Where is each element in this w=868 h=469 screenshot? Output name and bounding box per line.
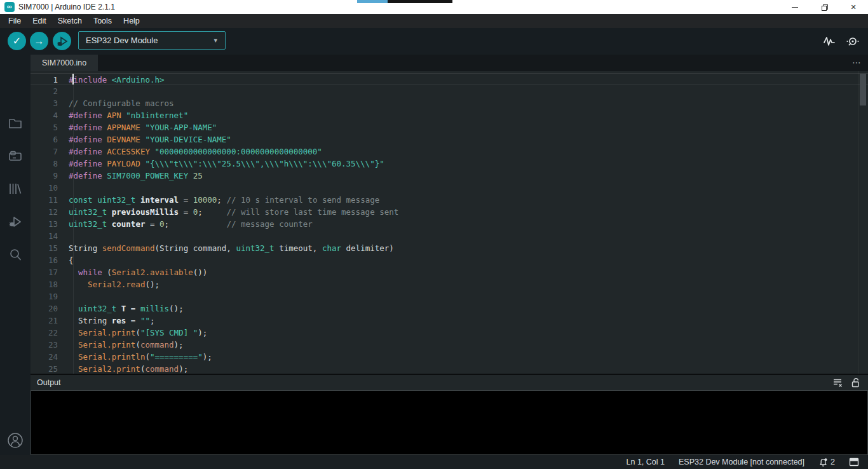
debug-button[interactable] xyxy=(53,32,71,50)
code-line-22[interactable]: 22 Serial.print("[SYS CMD] "); xyxy=(31,327,868,339)
line-number: 16 xyxy=(31,254,69,266)
line-number: 11 xyxy=(31,194,69,206)
close-button[interactable]: ✕ xyxy=(839,0,868,14)
code-line-3[interactable]: 3// Configurable macros xyxy=(31,97,868,109)
code-line-12[interactable]: 12uint32_t previousMillis = 0; // will s… xyxy=(31,206,868,218)
menubar: FileEditSketchToolsHelp xyxy=(0,14,868,28)
clear-output-icon[interactable] xyxy=(832,377,843,388)
board-selector-value: ESP32 Dev Module xyxy=(79,36,214,45)
debug-panel-icon[interactable] xyxy=(0,214,31,230)
code-line-2[interactable]: 2 xyxy=(31,85,868,97)
activity-bar xyxy=(0,55,31,455)
search-icon[interactable] xyxy=(0,247,31,263)
titlebar: ∞ SIM7000 | Arduino IDE 2.1.1 ✕ xyxy=(0,0,868,14)
menu-item-file[interactable]: File xyxy=(3,14,27,28)
notification-count: 2 xyxy=(831,458,835,466)
line-number: 9 xyxy=(31,170,69,182)
minimize-icon xyxy=(792,7,798,8)
tab-sim7000[interactable]: SIM7000.ino xyxy=(31,55,98,71)
serial-monitor-icon[interactable] xyxy=(845,34,860,48)
minimize-button[interactable] xyxy=(780,0,810,14)
taskbar-peek-progress xyxy=(357,0,388,3)
code-line-15[interactable]: 15String sendCommand(String command, uin… xyxy=(31,242,868,254)
editor-scrollbar[interactable] xyxy=(858,71,868,374)
sketchbook-folder-icon[interactable] xyxy=(0,115,31,132)
account-icon[interactable] xyxy=(0,432,31,449)
debug-bug-play-icon xyxy=(56,35,69,48)
cursor-position[interactable]: Ln 1, Col 1 xyxy=(627,458,665,466)
verify-button[interactable]: ✓ xyxy=(8,32,26,50)
line-number: 1 xyxy=(31,74,69,85)
code-line-16[interactable]: 16{ xyxy=(31,254,868,266)
serial-plotter-icon[interactable] xyxy=(822,34,836,48)
code-line-1[interactable]: 1#include <Arduino.h> xyxy=(31,73,868,85)
taskbar-peek-strip xyxy=(357,0,452,3)
code-line-19[interactable]: 19 xyxy=(31,290,868,302)
line-number: 2 xyxy=(31,85,69,97)
code-line-13[interactable]: 13uint32_t counter = 0; // message count… xyxy=(31,218,868,230)
menu-item-tools[interactable]: Tools xyxy=(88,14,118,28)
code-line-10[interactable]: 10 xyxy=(31,182,868,194)
chevron-down-icon: ▾ xyxy=(214,36,225,44)
check-icon: ✓ xyxy=(13,35,21,47)
code-line-20[interactable]: 20 uint32_t T = millis(); xyxy=(31,302,868,315)
line-number: 18 xyxy=(31,278,69,290)
indent-guide xyxy=(73,85,74,374)
autoscroll-lock-icon[interactable] xyxy=(851,377,860,388)
menu-item-help[interactable]: Help xyxy=(118,14,146,28)
code-line-9[interactable]: 9#define SIM7000_POWER_KEY 25 xyxy=(31,170,868,182)
board-status[interactable]: ESP32 Dev Module [not connected] xyxy=(679,458,804,466)
line-number: 5 xyxy=(31,121,69,133)
line-number: 22 xyxy=(31,327,69,339)
code-line-7[interactable]: 7#define ACCESSKEY "0000000000000000:000… xyxy=(31,146,868,158)
notifications-bell[interactable]: 2 xyxy=(818,458,835,467)
close-icon: ✕ xyxy=(850,4,856,11)
code-line-17[interactable]: 17 while (Serial2.available()) xyxy=(31,266,868,278)
line-number: 6 xyxy=(31,133,69,146)
menu-item-sketch[interactable]: Sketch xyxy=(52,14,88,28)
output-panel-header: Output xyxy=(31,374,868,390)
code-line-21[interactable]: 21 String res = ""; xyxy=(31,315,868,327)
line-number: 24 xyxy=(31,351,69,363)
code-line-4[interactable]: 4#define APN "nb1internet" xyxy=(31,109,868,121)
code-line-11[interactable]: 11const uint32_t interval = 10000; // 10… xyxy=(31,194,868,206)
arrow-right-icon: → xyxy=(34,36,44,47)
line-number: 12 xyxy=(31,206,69,218)
line-number: 25 xyxy=(31,363,69,374)
menu-item-edit[interactable]: Edit xyxy=(27,14,52,28)
code-line-23[interactable]: 23 Serial.print(command); xyxy=(31,339,868,351)
line-number: 8 xyxy=(31,158,69,170)
arduino-logo-icon: ∞ xyxy=(4,2,15,12)
library-manager-icon[interactable] xyxy=(0,180,31,197)
tab-overflow-menu[interactable]: ⋯ xyxy=(852,55,862,71)
line-number: 21 xyxy=(31,315,69,327)
toggle-panel-icon[interactable] xyxy=(849,458,859,466)
line-number: 7 xyxy=(31,146,69,158)
code-line-14[interactable]: 14 xyxy=(31,230,868,242)
code-line-25[interactable]: 25 Serial2.print(command); xyxy=(31,363,868,374)
output-panel-title: Output xyxy=(31,378,832,387)
code-editor[interactable]: 1#include <Arduino.h>23// Configurable m… xyxy=(31,71,868,374)
code-line-8[interactable]: 8#define PAYLOAD "{\\\"t\\\":\\\"25.5\\\… xyxy=(31,158,868,170)
line-number: 14 xyxy=(31,230,69,242)
editor-scrollbar-thumb[interactable] xyxy=(860,74,866,105)
window-title: SIM7000 | Arduino IDE 2.1.1 xyxy=(18,0,115,14)
line-number: 15 xyxy=(31,242,69,254)
board-selector-dropdown[interactable]: ESP32 Dev Module ▾ xyxy=(78,31,226,50)
output-console[interactable] xyxy=(31,390,868,455)
toolbar: ✓ → ESP32 Dev Module ▾ xyxy=(0,28,868,55)
line-number: 10 xyxy=(31,182,69,194)
line-number: 13 xyxy=(31,218,69,230)
statusbar: Ln 1, Col 1 ESP32 Dev Module [not connec… xyxy=(0,455,868,469)
code-line-24[interactable]: 24 Serial.println("========="); xyxy=(31,351,868,363)
line-number: 20 xyxy=(31,302,69,315)
boards-manager-icon[interactable] xyxy=(0,148,31,165)
code-line-5[interactable]: 5#define APPNAME "YOUR-APP-NAME" xyxy=(31,121,868,133)
restore-button[interactable] xyxy=(810,0,839,14)
code-line-18[interactable]: 18 Serial2.read(); xyxy=(31,278,868,290)
line-number: 17 xyxy=(31,266,69,278)
upload-button[interactable]: → xyxy=(30,32,48,50)
code-line-6[interactable]: 6#define DEVNAME "YOUR-DEVICE-NAME" xyxy=(31,133,868,146)
bell-icon xyxy=(818,458,828,467)
restore-icon xyxy=(822,4,827,10)
